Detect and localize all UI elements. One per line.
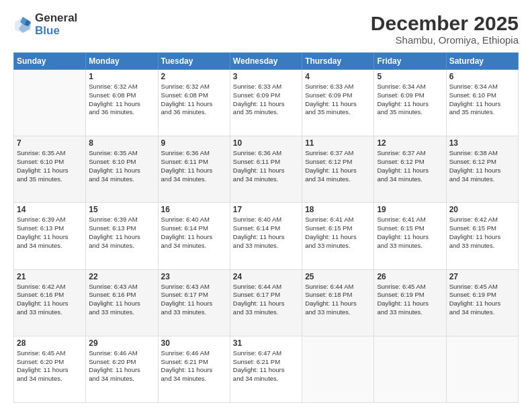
day-number: 29: [89, 338, 154, 348]
day-number: 27: [449, 272, 515, 281]
cell-info: Sunrise: 6:39 AM Sunset: 6:13 PM Dayligh…: [17, 216, 83, 250]
day-number: 22: [89, 272, 154, 281]
day-number: 24: [233, 272, 299, 281]
calendar-cell: 29Sunrise: 6:46 AM Sunset: 6:20 PM Dayli…: [86, 336, 158, 402]
calendar-cell: 24Sunrise: 6:44 AM Sunset: 6:17 PM Dayli…: [230, 269, 302, 336]
cell-info: Sunrise: 6:44 AM Sunset: 6:18 PM Dayligh…: [305, 283, 371, 317]
title-block: December 2025 Shambu, Oromiya, Ethiopia: [371, 12, 519, 46]
cell-info: Sunrise: 6:43 AM Sunset: 6:16 PM Dayligh…: [89, 283, 154, 317]
day-number: 18: [305, 205, 371, 214]
cell-info: Sunrise: 6:37 AM Sunset: 6:12 PM Dayligh…: [377, 149, 443, 183]
day-header-tuesday: Tuesday: [158, 53, 230, 70]
day-number: 20: [449, 205, 515, 214]
header: General Blue December 2025 Shambu, Oromi…: [13, 12, 519, 46]
logo-icon: [13, 15, 32, 34]
cell-info: Sunrise: 6:44 AM Sunset: 6:17 PM Dayligh…: [233, 283, 299, 317]
page: General Blue December 2025 Shambu, Oromi…: [0, 0, 532, 411]
cell-info: Sunrise: 6:43 AM Sunset: 6:17 PM Dayligh…: [161, 283, 227, 317]
calendar-cell: 6Sunrise: 6:34 AM Sunset: 6:10 PM Daylig…: [446, 70, 518, 136]
cell-info: Sunrise: 6:33 AM Sunset: 6:09 PM Dayligh…: [305, 83, 371, 117]
day-number: 15: [89, 205, 154, 214]
day-number: 28: [17, 338, 83, 348]
day-number: 7: [17, 138, 83, 148]
cell-info: Sunrise: 6:36 AM Sunset: 6:11 PM Dayligh…: [161, 149, 227, 183]
day-number: 6: [449, 72, 515, 81]
day-number: 3: [233, 72, 299, 81]
calendar-week-row: 28Sunrise: 6:45 AM Sunset: 6:20 PM Dayli…: [14, 336, 519, 402]
calendar-cell: 28Sunrise: 6:45 AM Sunset: 6:20 PM Dayli…: [14, 336, 86, 402]
cell-info: Sunrise: 6:42 AM Sunset: 6:15 PM Dayligh…: [449, 216, 515, 250]
logo: General Blue: [13, 12, 77, 37]
cell-info: Sunrise: 6:32 AM Sunset: 6:08 PM Dayligh…: [89, 83, 154, 117]
calendar-cell: 27Sunrise: 6:45 AM Sunset: 6:19 PM Dayli…: [446, 269, 518, 336]
cell-info: Sunrise: 6:40 AM Sunset: 6:14 PM Dayligh…: [233, 216, 299, 250]
day-number: 13: [449, 138, 515, 148]
calendar-cell: 15Sunrise: 6:39 AM Sunset: 6:13 PM Dayli…: [86, 203, 158, 269]
calendar-table: SundayMondayTuesdayWednesdayThursdayFrid…: [13, 52, 519, 403]
cell-info: Sunrise: 6:32 AM Sunset: 6:08 PM Dayligh…: [161, 83, 227, 117]
day-number: 17: [233, 205, 299, 214]
logo-text: General Blue: [35, 12, 77, 37]
calendar-cell: 10Sunrise: 6:36 AM Sunset: 6:11 PM Dayli…: [230, 136, 302, 203]
calendar-header-row: SundayMondayTuesdayWednesdayThursdayFrid…: [14, 53, 519, 70]
cell-info: Sunrise: 6:45 AM Sunset: 6:19 PM Dayligh…: [377, 283, 443, 317]
day-number: 2: [161, 72, 227, 81]
day-number: 8: [89, 138, 154, 148]
cell-info: Sunrise: 6:38 AM Sunset: 6:12 PM Dayligh…: [449, 149, 515, 183]
cell-info: Sunrise: 6:35 AM Sunset: 6:10 PM Dayligh…: [17, 149, 83, 183]
calendar-week-row: 21Sunrise: 6:42 AM Sunset: 6:16 PM Dayli…: [14, 269, 519, 336]
calendar-cell: 5Sunrise: 6:34 AM Sunset: 6:09 PM Daylig…: [374, 70, 446, 136]
calendar-cell: [374, 336, 446, 402]
logo-blue: Blue: [35, 25, 77, 38]
day-number: 10: [233, 138, 299, 148]
day-number: 30: [161, 338, 227, 348]
day-number: 12: [377, 138, 443, 148]
day-number: 1: [89, 72, 154, 81]
cell-info: Sunrise: 6:37 AM Sunset: 6:12 PM Dayligh…: [305, 149, 371, 183]
calendar-cell: 26Sunrise: 6:45 AM Sunset: 6:19 PM Dayli…: [374, 269, 446, 336]
calendar-cell: 17Sunrise: 6:40 AM Sunset: 6:14 PM Dayli…: [230, 203, 302, 269]
day-header-thursday: Thursday: [302, 53, 374, 70]
calendar-cell: 21Sunrise: 6:42 AM Sunset: 6:16 PM Dayli…: [14, 269, 86, 336]
calendar-cell: 7Sunrise: 6:35 AM Sunset: 6:10 PM Daylig…: [14, 136, 86, 203]
day-number: 23: [161, 272, 227, 281]
calendar-cell: 19Sunrise: 6:41 AM Sunset: 6:15 PM Dayli…: [374, 203, 446, 269]
cell-info: Sunrise: 6:35 AM Sunset: 6:10 PM Dayligh…: [89, 149, 154, 183]
cell-info: Sunrise: 6:41 AM Sunset: 6:15 PM Dayligh…: [305, 216, 371, 250]
day-header-wednesday: Wednesday: [230, 53, 302, 70]
cell-info: Sunrise: 6:42 AM Sunset: 6:16 PM Dayligh…: [17, 283, 83, 317]
cell-info: Sunrise: 6:41 AM Sunset: 6:15 PM Dayligh…: [377, 216, 443, 250]
month-title: December 2025: [371, 12, 519, 34]
calendar-cell: 11Sunrise: 6:37 AM Sunset: 6:12 PM Dayli…: [302, 136, 374, 203]
cell-info: Sunrise: 6:36 AM Sunset: 6:11 PM Dayligh…: [233, 149, 299, 183]
day-header-friday: Friday: [374, 53, 446, 70]
cell-info: Sunrise: 6:34 AM Sunset: 6:09 PM Dayligh…: [377, 83, 443, 117]
cell-info: Sunrise: 6:34 AM Sunset: 6:10 PM Dayligh…: [449, 83, 515, 117]
calendar-week-row: 7Sunrise: 6:35 AM Sunset: 6:10 PM Daylig…: [14, 136, 519, 203]
day-number: 5: [377, 72, 443, 81]
calendar-cell: 2Sunrise: 6:32 AM Sunset: 6:08 PM Daylig…: [158, 70, 230, 136]
day-number: 26: [377, 272, 443, 281]
calendar-cell: 31Sunrise: 6:47 AM Sunset: 6:21 PM Dayli…: [230, 336, 302, 402]
day-number: 16: [161, 205, 227, 214]
calendar-cell: 3Sunrise: 6:33 AM Sunset: 6:09 PM Daylig…: [230, 70, 302, 136]
calendar-cell: [302, 336, 374, 402]
calendar-cell: 8Sunrise: 6:35 AM Sunset: 6:10 PM Daylig…: [86, 136, 158, 203]
day-number: 4: [305, 72, 371, 81]
day-number: 25: [305, 272, 371, 281]
day-header-sunday: Sunday: [14, 53, 86, 70]
calendar-cell: 18Sunrise: 6:41 AM Sunset: 6:15 PM Dayli…: [302, 203, 374, 269]
calendar-cell: 20Sunrise: 6:42 AM Sunset: 6:15 PM Dayli…: [446, 203, 518, 269]
logo-general: General: [35, 12, 77, 25]
calendar-cell: 30Sunrise: 6:46 AM Sunset: 6:21 PM Dayli…: [158, 336, 230, 402]
day-number: 31: [233, 338, 299, 348]
cell-info: Sunrise: 6:33 AM Sunset: 6:09 PM Dayligh…: [233, 83, 299, 117]
calendar-cell: 9Sunrise: 6:36 AM Sunset: 6:11 PM Daylig…: [158, 136, 230, 203]
day-number: 21: [17, 272, 83, 281]
calendar-cell: 22Sunrise: 6:43 AM Sunset: 6:16 PM Dayli…: [86, 269, 158, 336]
day-number: 9: [161, 138, 227, 148]
calendar-cell: 1Sunrise: 6:32 AM Sunset: 6:08 PM Daylig…: [86, 70, 158, 136]
calendar-week-row: 14Sunrise: 6:39 AM Sunset: 6:13 PM Dayli…: [14, 203, 519, 269]
calendar-cell: 23Sunrise: 6:43 AM Sunset: 6:17 PM Dayli…: [158, 269, 230, 336]
day-header-saturday: Saturday: [446, 53, 518, 70]
